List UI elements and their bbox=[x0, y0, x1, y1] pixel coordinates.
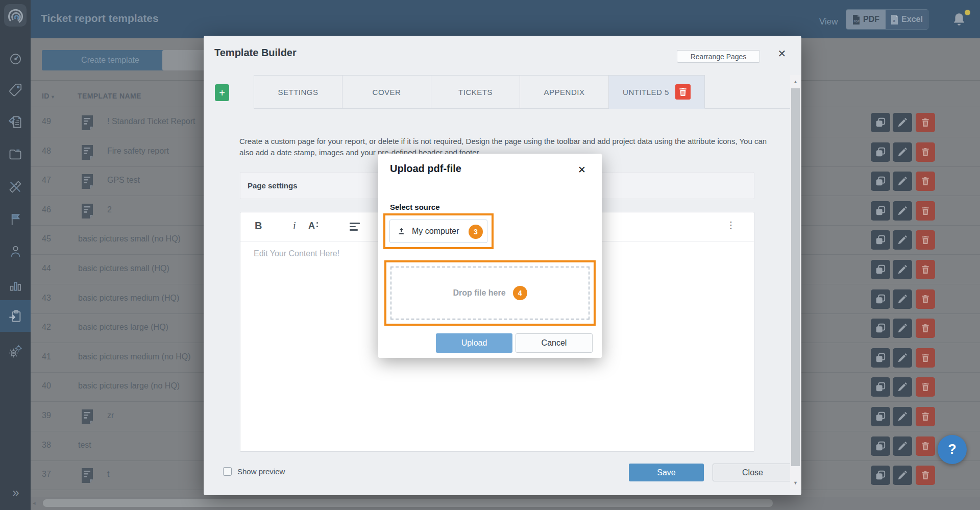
delete-button[interactable] bbox=[916, 348, 935, 368]
duplicate-button[interactable] bbox=[871, 377, 890, 397]
delete-button[interactable] bbox=[916, 113, 935, 132]
edit-pencil-icon bbox=[897, 381, 908, 393]
edit-button[interactable] bbox=[893, 230, 912, 250]
upload-button[interactable]: Upload bbox=[436, 333, 512, 353]
view-pdf-button[interactable]: PDF PDF bbox=[846, 10, 886, 29]
column-header-template-name[interactable]: TEMPLATE NAME bbox=[78, 92, 141, 100]
horizontal-scrollbar-thumb[interactable] bbox=[43, 499, 773, 507]
delete-button[interactable] bbox=[916, 377, 935, 397]
duplicate-button[interactable] bbox=[871, 466, 890, 485]
tab-untitled-5[interactable]: UNTITLED 5 bbox=[609, 75, 705, 109]
delete-tab-button[interactable] bbox=[675, 84, 691, 100]
drop-file-zone[interactable]: Drop file here 4 bbox=[390, 266, 590, 320]
duplicate-icon bbox=[875, 234, 886, 246]
duplicate-icon bbox=[875, 441, 886, 452]
duplicate-icon bbox=[875, 294, 886, 305]
sidebar-item-reports[interactable] bbox=[0, 300, 31, 332]
edit-button[interactable] bbox=[893, 113, 912, 132]
column-header-id[interactable]: ID ▾ bbox=[42, 92, 55, 100]
duplicate-icon bbox=[875, 176, 886, 187]
scroll-down-arrow-icon[interactable]: ▼ bbox=[790, 480, 801, 485]
sidebar-item-deficiencies[interactable] bbox=[0, 106, 31, 138]
duplicate-button[interactable] bbox=[871, 260, 890, 279]
secondary-button-partial[interactable] bbox=[162, 50, 209, 70]
duplicate-button[interactable] bbox=[871, 407, 890, 426]
sidebar-expand-button[interactable]: » bbox=[0, 482, 31, 503]
duplicate-button[interactable] bbox=[871, 436, 890, 456]
sidebar-item-files[interactable] bbox=[0, 138, 31, 170]
align-button[interactable] bbox=[350, 223, 360, 233]
more-options-icon[interactable]: ⋮ bbox=[726, 220, 736, 231]
bold-button[interactable]: B bbox=[255, 220, 262, 232]
duplicate-button[interactable] bbox=[871, 348, 890, 368]
modal-vertical-scrollbar[interactable]: ▲ ▼ bbox=[790, 75, 801, 490]
row-actions bbox=[871, 466, 938, 485]
delete-button[interactable] bbox=[916, 466, 935, 485]
upload-close-icon[interactable]: ✕ bbox=[573, 161, 591, 178]
sidebar-item-tools[interactable] bbox=[0, 171, 31, 203]
help-button[interactable]: ? bbox=[938, 435, 967, 464]
sidebar-item-settings[interactable] bbox=[0, 335, 31, 367]
delete-button[interactable] bbox=[916, 201, 935, 221]
horizontal-scrollbar[interactable]: ◂ bbox=[31, 497, 980, 510]
save-button[interactable]: Save bbox=[629, 464, 704, 481]
scroll-up-arrow-icon[interactable]: ▲ bbox=[790, 79, 801, 84]
trash-icon bbox=[678, 87, 688, 97]
duplicate-button[interactable] bbox=[871, 172, 890, 191]
show-preview-checkbox[interactable] bbox=[223, 467, 232, 476]
close-button[interactable]: Close bbox=[713, 464, 793, 481]
tab-cover[interactable]: COVER bbox=[342, 75, 431, 109]
rearrange-pages-button[interactable]: Rearrange Pages bbox=[677, 50, 760, 63]
edit-button[interactable] bbox=[893, 407, 912, 426]
duplicate-button[interactable] bbox=[871, 319, 890, 338]
view-excel-button[interactable]: x Excel bbox=[886, 10, 928, 29]
delete-button[interactable] bbox=[916, 436, 935, 456]
delete-button[interactable] bbox=[916, 172, 935, 191]
editor-placeholder[interactable]: Edit Your Content Here! bbox=[254, 249, 339, 258]
app-logo[interactable] bbox=[4, 4, 27, 27]
add-tab-button[interactable]: + bbox=[215, 84, 229, 101]
sidebar-item-locations[interactable] bbox=[0, 203, 31, 235]
delete-button[interactable] bbox=[916, 289, 935, 309]
edit-button[interactable] bbox=[893, 466, 912, 485]
trash-icon bbox=[920, 294, 930, 304]
delete-button[interactable] bbox=[916, 230, 935, 250]
delete-button[interactable] bbox=[916, 407, 935, 426]
my-computer-button[interactable]: My computer 3 bbox=[389, 220, 487, 243]
delete-button[interactable] bbox=[916, 142, 935, 162]
duplicate-button[interactable] bbox=[871, 230, 890, 250]
tab-settings[interactable]: SETTINGS bbox=[254, 75, 342, 109]
edit-button[interactable] bbox=[893, 142, 912, 162]
delete-button[interactable] bbox=[916, 319, 935, 338]
notifications-button[interactable] bbox=[952, 11, 969, 29]
edit-button[interactable] bbox=[893, 201, 912, 221]
row-template-name: zr bbox=[107, 411, 114, 420]
delete-button[interactable] bbox=[916, 260, 935, 279]
tab-tickets[interactable]: TICKETS bbox=[431, 75, 520, 109]
edit-button[interactable] bbox=[893, 289, 912, 309]
ruler-pencil-icon bbox=[8, 180, 22, 194]
edit-button[interactable] bbox=[893, 436, 912, 456]
duplicate-button[interactable] bbox=[871, 113, 890, 132]
trash-icon bbox=[920, 353, 930, 363]
font-size-button[interactable]: A bbox=[308, 221, 318, 231]
edit-button[interactable] bbox=[893, 172, 912, 191]
sidebar-item-users[interactable] bbox=[0, 235, 31, 267]
duplicate-button[interactable] bbox=[871, 142, 890, 162]
tab-appendix[interactable]: APPENDIX bbox=[520, 75, 609, 109]
edit-button[interactable] bbox=[893, 348, 912, 368]
sidebar-item-statistics[interactable] bbox=[0, 269, 31, 301]
duplicate-button[interactable] bbox=[871, 201, 890, 221]
sidebar-item-tags[interactable] bbox=[0, 74, 31, 105]
edit-button[interactable] bbox=[893, 377, 912, 397]
duplicate-button[interactable] bbox=[871, 289, 890, 309]
italic-button[interactable]: i bbox=[293, 220, 296, 232]
vertical-scrollbar-thumb[interactable] bbox=[791, 88, 800, 466]
builder-close-icon[interactable]: ✕ bbox=[774, 46, 790, 61]
sidebar-item-dashboard[interactable] bbox=[0, 42, 31, 74]
scroll-left-arrow-icon[interactable]: ◂ bbox=[33, 500, 36, 506]
edit-button[interactable] bbox=[893, 260, 912, 279]
create-template-button[interactable]: Create template bbox=[42, 50, 179, 70]
cancel-button[interactable]: Cancel bbox=[516, 333, 593, 353]
edit-button[interactable] bbox=[893, 319, 912, 338]
